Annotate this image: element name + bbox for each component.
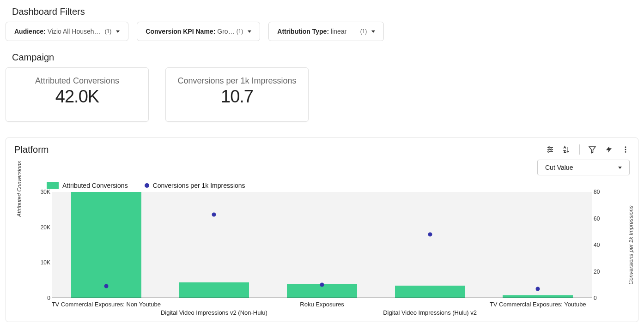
chart-dot[interactable] <box>536 287 540 291</box>
lightning-icon[interactable] <box>605 145 613 154</box>
filter-count: (1) <box>360 28 367 35</box>
legend-dot: Conversions per 1k Impressions <box>145 182 245 189</box>
y-right-axis-label: Conversions per 1k Impressions <box>628 205 634 284</box>
kpi-conversions-per-1k: Conversions per 1k Impressions 10.7 <box>165 67 309 122</box>
svg-point-5 <box>548 151 549 152</box>
toolbar-divider <box>579 144 580 155</box>
chevron-down-icon <box>116 30 120 33</box>
platform-card: Platform Cut Value <box>6 138 638 322</box>
kpi-label: Attributed Conversions <box>35 76 119 86</box>
y-left-axis-label: Attributed Conversions <box>16 161 23 217</box>
dot-swatch-icon <box>145 183 149 188</box>
svg-point-11 <box>625 151 626 153</box>
filter-attribution-type[interactable]: Attribution Type: linear (1) <box>268 22 384 41</box>
filter-name: Conversion KPI Name: <box>146 28 215 35</box>
campaign-heading: Campaign <box>12 52 640 63</box>
chevron-down-icon <box>618 167 622 169</box>
x-tick-label: Digital Video Impressions v2 (Non-Hulu) <box>161 309 267 316</box>
filter-count: (1) <box>105 28 112 35</box>
kpi-attributed-conversions: Attributed Conversions 42.0K <box>6 67 149 122</box>
y-right-tick: 40 <box>594 242 612 248</box>
y-right-tick: 0 <box>594 295 612 301</box>
svg-point-4 <box>551 149 552 150</box>
chart-header: Platform <box>14 144 630 155</box>
filter-value: Vizio All Househo… <box>48 28 103 35</box>
cut-value-dropdown[interactable]: Cut Value <box>537 160 630 175</box>
filter-icon[interactable] <box>588 145 596 154</box>
filter-audience[interactable]: Audience: Vizio All Househo… (1) <box>6 22 128 41</box>
x-tick-label: TV Commercial Exposures: Non Youtube <box>52 301 161 308</box>
svg-marker-7 <box>589 147 595 153</box>
kpi-row: Attributed Conversions 42.0K Conversions… <box>6 67 640 122</box>
cut-value-row: Cut Value <box>14 160 630 175</box>
legend-dot-label: Conversions per 1k Impressions <box>153 182 245 189</box>
chart-dot[interactable] <box>428 233 432 237</box>
x-tick-label: TV Commercial Exposures: Youtube <box>490 301 586 308</box>
y-left-tick: 20K <box>32 224 50 231</box>
x-axis-line <box>52 298 592 298</box>
x-axis-labels: TV Commercial Exposures: Non YoutubeDigi… <box>52 301 592 320</box>
y-right-tick: 20 <box>594 269 612 275</box>
filters-row: Audience: Vizio All Househo… (1) Convers… <box>6 22 640 41</box>
chart-legend: Attributed Conversions Conversions per 1… <box>47 182 630 189</box>
filter-name: Audience: <box>14 28 46 35</box>
y-left-tick: 0 <box>32 295 50 301</box>
kpi-value: 42.0K <box>55 87 99 107</box>
filter-name: Attribution Type: <box>277 28 329 35</box>
bar-swatch-icon <box>47 182 59 189</box>
filter-value: linear <box>331 28 346 35</box>
kpi-value: 10.7 <box>221 87 253 107</box>
filter-conversion-kpi[interactable]: Conversion KPI Name: Gro… (1) <box>137 22 260 41</box>
kpi-label: Conversions per 1k Impressions <box>177 76 296 86</box>
chevron-down-icon <box>371 30 375 33</box>
legend-bar: Attributed Conversions <box>47 182 128 189</box>
chart-toolbar <box>546 144 630 155</box>
chart-title: Platform <box>14 144 49 155</box>
chevron-down-icon <box>248 30 251 33</box>
chart-dot[interactable] <box>320 283 324 287</box>
svg-point-9 <box>625 146 626 148</box>
dots-layer <box>52 192 592 298</box>
svg-point-3 <box>548 147 550 148</box>
cut-value-label: Cut Value <box>545 164 573 171</box>
y-right-tick: 80 <box>594 189 612 195</box>
y-left-axis: 010K20K30K <box>32 192 50 298</box>
svg-marker-8 <box>606 146 612 152</box>
filter-value: Gro… <box>217 28 234 35</box>
sort-az-icon[interactable] <box>563 145 571 154</box>
chart-dot[interactable] <box>212 212 216 216</box>
y-left-tick: 30K <box>32 189 50 195</box>
y-right-tick: 60 <box>594 215 612 222</box>
sliders-icon[interactable] <box>546 145 554 154</box>
y-left-tick: 10K <box>32 259 50 266</box>
filter-count: (1) <box>237 28 243 35</box>
svg-point-10 <box>625 149 626 150</box>
chart-dot[interactable] <box>104 284 108 288</box>
chart-plot: Attributed Conversions Conversions per 1… <box>42 192 602 298</box>
x-tick-label: Roku Exposures <box>300 301 344 308</box>
y-right-axis: 020406080 <box>594 192 612 298</box>
more-vertical-icon[interactable] <box>621 145 630 154</box>
x-tick-label: Digital Video Impressions (Hulu) v2 <box>383 309 477 316</box>
filters-heading: Dashboard Filters <box>12 6 640 17</box>
legend-bar-label: Attributed Conversions <box>62 182 128 189</box>
